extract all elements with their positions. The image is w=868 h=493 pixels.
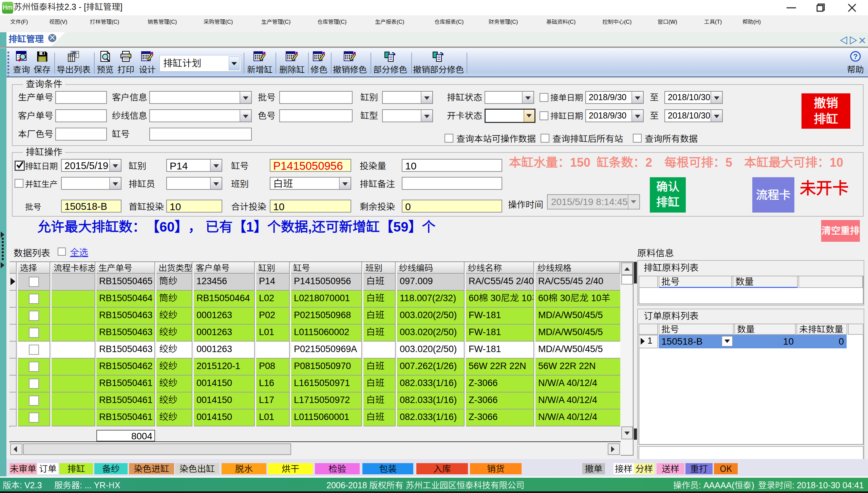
svg-text:?: ? (853, 52, 857, 61)
